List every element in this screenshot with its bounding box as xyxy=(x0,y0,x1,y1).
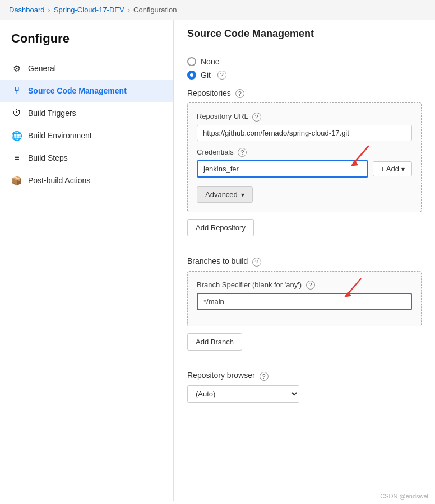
box-icon: 📦 xyxy=(11,175,22,186)
sidebar-item-general-label: General xyxy=(28,64,56,73)
breadcrumb-current: Configuration xyxy=(133,6,177,14)
sidebar-item-bt-label: Build Triggers xyxy=(28,109,76,118)
branches-dashed-box: Branch Specifier (blank for 'any') ? xyxy=(187,271,422,327)
clock-icon: ⏱ xyxy=(11,108,22,119)
credentials-help-icon[interactable]: ? xyxy=(238,148,247,157)
repository-dashed-box: Repository URL ? Credentials ? xyxy=(187,102,422,212)
branch-specifier-label: Branch Specifier (blank for 'any') ? xyxy=(197,281,412,290)
breadcrumb-sep-1: › xyxy=(48,6,50,14)
repo-browser-select[interactable]: (Auto) xyxy=(187,385,299,403)
breadcrumb: Dashboard › Spring-Cloud-17-DEV › Config… xyxy=(0,0,435,20)
globe-icon: 🌐 xyxy=(11,130,22,141)
sidebar-item-build-environment[interactable]: 🌐 Build Environment xyxy=(0,124,173,147)
breadcrumb-dashboard[interactable]: Dashboard xyxy=(9,6,45,14)
branch-specifier-help-icon[interactable]: ? xyxy=(306,281,315,290)
add-credentials-button[interactable]: + Add xyxy=(373,161,412,176)
sidebar-item-scm-label: Source Code Management xyxy=(28,86,127,95)
main-content: Source Code Management None Git ? Reposi… xyxy=(174,20,435,501)
repo-browser-help-icon[interactable]: ? xyxy=(260,372,269,381)
credentials-label: Credentials ? xyxy=(197,148,412,157)
gear-icon: ⚙ xyxy=(11,63,22,74)
radio-git-circle xyxy=(187,71,196,80)
scm-radio-group: None Git ? xyxy=(187,57,422,80)
radio-git-label: Git xyxy=(201,71,211,80)
repository-url-field: Repository URL ? xyxy=(197,112,412,141)
repositories-section: Repositories ? Repository URL ? xyxy=(187,88,422,248)
credentials-input[interactable] xyxy=(197,160,368,178)
radio-none-label: None xyxy=(201,57,219,66)
source-code-icon: ⑂ xyxy=(11,85,22,96)
add-branch-button[interactable]: Add Branch xyxy=(187,333,242,351)
list-icon: ≡ xyxy=(11,152,22,164)
repositories-label: Repositories ? xyxy=(187,88,422,98)
sidebar-item-post-build-actions[interactable]: 📦 Post-build Actions xyxy=(0,169,173,192)
repo-url-help-icon[interactable]: ? xyxy=(252,113,261,122)
sidebar-item-build-triggers[interactable]: ⏱ Build Triggers xyxy=(0,102,173,124)
sidebar-title: Configure xyxy=(0,31,173,57)
repository-url-label: Repository URL ? xyxy=(197,112,412,122)
sidebar-item-be-label: Build Environment xyxy=(28,131,92,140)
branch-input-wrap xyxy=(197,293,412,310)
repository-url-input[interactable] xyxy=(197,125,412,141)
advanced-chevron-icon xyxy=(241,190,244,199)
breadcrumb-sep-2: › xyxy=(128,6,130,14)
credentials-field: Credentials ? xyxy=(197,148,412,178)
sidebar-item-source-code-management[interactable]: ⑂ Source Code Management xyxy=(0,80,173,102)
breadcrumb-project[interactable]: Spring-Cloud-17-DEV xyxy=(54,6,124,14)
repo-browser-row: (Auto) xyxy=(187,385,422,403)
branch-specifier-input[interactable] xyxy=(197,293,412,310)
sidebar-item-pba-label: Post-build Actions xyxy=(28,176,90,185)
branches-section: Branches to build ? Branch Specifier (bl… xyxy=(187,256,422,362)
credentials-row: + Add xyxy=(197,160,412,178)
credentials-input-wrap xyxy=(197,160,368,178)
branches-label: Branches to build ? xyxy=(187,256,422,266)
radio-git[interactable]: Git ? xyxy=(187,71,422,80)
advanced-button[interactable]: Advanced xyxy=(197,186,253,203)
sidebar-item-general[interactable]: ⚙ General xyxy=(0,57,173,80)
section-title: Source Code Management xyxy=(174,20,435,48)
sidebar-item-bs-label: Build Steps xyxy=(28,153,68,162)
branch-specifier-field: Branch Specifier (blank for 'any') ? xyxy=(197,281,412,311)
radio-none-circle xyxy=(187,57,196,66)
git-help-icon[interactable]: ? xyxy=(218,71,226,80)
watermark: CSDN @endswel xyxy=(380,493,428,500)
sidebar: Configure ⚙ General ⑂ Source Code Manage… xyxy=(0,20,174,501)
repo-browser-label: Repository browser ? xyxy=(187,371,422,380)
branches-help-icon[interactable]: ? xyxy=(252,258,261,267)
repo-browser-section: Repository browser ? (Auto) xyxy=(187,371,422,402)
sidebar-item-build-steps[interactable]: ≡ Build Steps xyxy=(0,147,173,169)
radio-none[interactable]: None xyxy=(187,57,422,66)
repositories-help-icon[interactable]: ? xyxy=(235,89,244,98)
add-repository-button[interactable]: Add Repository xyxy=(187,219,254,236)
add-chevron-icon xyxy=(401,165,405,173)
